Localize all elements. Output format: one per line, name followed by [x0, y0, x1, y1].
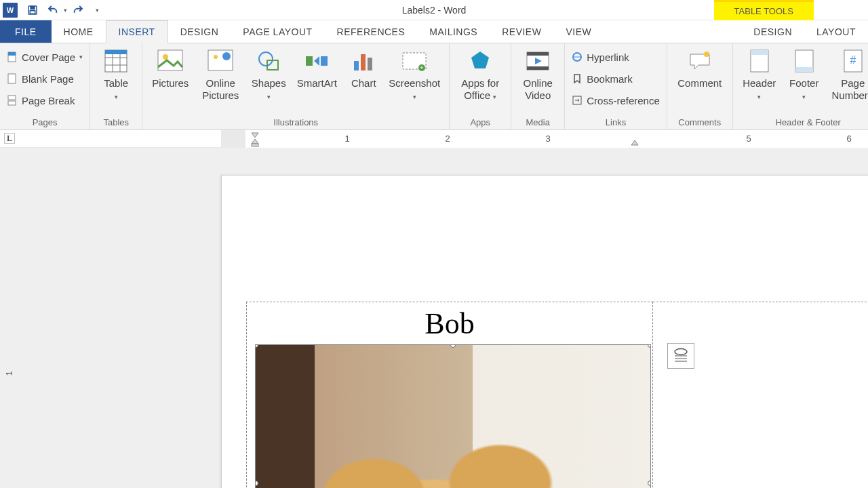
svg-point-38: [704, 52, 709, 57]
comment-icon: [686, 47, 713, 75]
group-label-header-footer: Header & Footer: [738, 116, 868, 129]
bookmark-button[interactable]: Bookmark: [570, 69, 661, 88]
group-pages: Cover Page▾ Blank Page Page Break Pages: [0, 43, 90, 129]
online-video-button[interactable]: Online Video: [517, 47, 559, 102]
svg-rect-14: [158, 50, 182, 70]
group-links: Hyperlink Bookmark Cross-reference Links: [565, 43, 667, 129]
shapes-icon: [255, 47, 282, 75]
group-illustrations: Pictures Online Pictures Shapes▾ SmartAr…: [142, 43, 450, 129]
chart-button[interactable]: Chart: [344, 47, 382, 89]
label-text[interactable]: Bob: [247, 302, 652, 341]
header-icon: [746, 47, 773, 75]
group-tables: Table▾ Tables: [90, 43, 142, 129]
svg-point-15: [163, 54, 168, 60]
svg-rect-2: [30, 10, 35, 14]
svg-marker-48: [631, 140, 638, 145]
ruler-area: L 1 2 3 5 6: [0, 130, 868, 148]
screenshot-icon: +: [401, 47, 428, 75]
blank-page-button[interactable]: Blank Page: [5, 69, 84, 88]
table-cell[interactable]: Bob: [246, 302, 653, 488]
tab-review[interactable]: REVIEW: [490, 20, 553, 43]
svg-text:#: #: [850, 54, 856, 66]
ruler-tick: 5: [746, 134, 751, 144]
svg-rect-47: [252, 144, 258, 146]
tab-table-layout[interactable]: LAYOUT: [804, 20, 868, 43]
group-label-links: Links: [570, 116, 661, 129]
cover-page-icon: [7, 52, 18, 62]
word-app-icon: W: [3, 3, 18, 18]
group-label-tables: Tables: [96, 116, 136, 129]
tab-mailings[interactable]: MAILINGS: [417, 20, 490, 43]
group-apps: Apps for Office ▾ Apps: [450, 43, 511, 129]
svg-marker-22: [314, 56, 319, 66]
table-cell[interactable]: [653, 302, 868, 488]
svg-rect-25: [361, 54, 366, 70]
comment-button[interactable]: Comment: [673, 47, 727, 89]
resize-handle-e[interactable]: [648, 481, 651, 486]
title-bar: W ▾ ▾ Labels2 - Word TABLE TOOLS: [0, 0, 868, 20]
ruler-tick: 1: [344, 134, 349, 144]
vertical-ruler[interactable]: 1: [4, 148, 18, 488]
dog-photo: [256, 345, 650, 488]
shapes-button[interactable]: Shapes▾: [248, 47, 289, 102]
page-break-button[interactable]: Page Break: [5, 91, 84, 110]
svg-point-18: [214, 55, 218, 59]
svg-marker-46: [252, 139, 258, 144]
tab-view[interactable]: VIEW: [553, 20, 604, 43]
smartart-button[interactable]: SmartArt: [292, 47, 342, 89]
chart-icon: [350, 47, 377, 75]
right-indent-icon[interactable]: [629, 137, 643, 148]
tab-file[interactable]: FILE: [0, 20, 52, 43]
cross-reference-button[interactable]: Cross-reference: [570, 91, 661, 110]
tab-table-design[interactable]: DESIGN: [741, 20, 804, 43]
resize-handle-ne[interactable]: [648, 344, 651, 348]
tab-selector[interactable]: L: [4, 133, 15, 144]
online-pictures-icon: [207, 47, 234, 75]
svg-marker-45: [252, 133, 258, 138]
video-icon: [524, 47, 551, 75]
apps-for-office-button[interactable]: Apps for Office ▾: [455, 47, 505, 102]
hyperlink-button[interactable]: Hyperlink: [570, 47, 661, 66]
cover-page-button[interactable]: Cover Page▾: [5, 47, 84, 66]
footer-button[interactable]: Footer▾: [783, 47, 825, 102]
svg-marker-30: [471, 52, 489, 68]
svg-rect-23: [321, 56, 328, 66]
inserted-picture[interactable]: [255, 344, 651, 488]
redo-button[interactable]: [68, 1, 87, 19]
undo-dropdown-icon[interactable]: ▾: [64, 7, 67, 14]
group-comments: Comment Comments: [667, 43, 733, 129]
table-button[interactable]: Table▾: [96, 47, 136, 102]
blank-page-icon: [7, 73, 18, 84]
ruler-tick: 3: [545, 134, 550, 144]
document-area: 1 Bob: [0, 148, 868, 488]
svg-rect-21: [306, 56, 313, 66]
tab-page-layout[interactable]: PAGE LAYOUT: [231, 20, 324, 43]
pictures-icon: [157, 47, 184, 75]
smartart-icon: [303, 47, 330, 75]
tab-home[interactable]: HOME: [52, 20, 106, 43]
header-button[interactable]: Header▾: [738, 47, 781, 102]
document-page[interactable]: Bob: [221, 175, 868, 488]
page-number-button[interactable]: # Page Number ▾: [828, 47, 868, 102]
svg-text:+: +: [420, 64, 424, 71]
tab-references[interactable]: REFERENCES: [325, 20, 418, 43]
horizontal-ruler[interactable]: 1 2 3 5 6: [221, 130, 868, 148]
save-button[interactable]: [23, 1, 42, 19]
vruler-tick: 1: [4, 371, 14, 375]
pictures-button[interactable]: Pictures: [148, 47, 193, 89]
group-label-media: Media: [517, 116, 559, 129]
svg-rect-6: [8, 96, 16, 100]
tab-insert[interactable]: INSERT: [106, 20, 168, 43]
screenshot-button[interactable]: + Screenshot▾: [385, 47, 443, 102]
online-pictures-button[interactable]: Online Pictures: [195, 47, 245, 102]
qat-customize-icon[interactable]: ▾: [96, 7, 99, 14]
tab-design[interactable]: DESIGN: [168, 20, 231, 43]
ruler-tick: 2: [445, 134, 450, 144]
group-label-illustrations: Illustrations: [148, 116, 443, 129]
apps-icon: [467, 47, 494, 75]
svg-rect-13: [105, 50, 127, 54]
undo-button[interactable]: [43, 1, 62, 19]
first-line-indent-icon[interactable]: [250, 130, 263, 148]
svg-rect-26: [368, 58, 372, 70]
group-label-apps: Apps: [455, 116, 505, 129]
